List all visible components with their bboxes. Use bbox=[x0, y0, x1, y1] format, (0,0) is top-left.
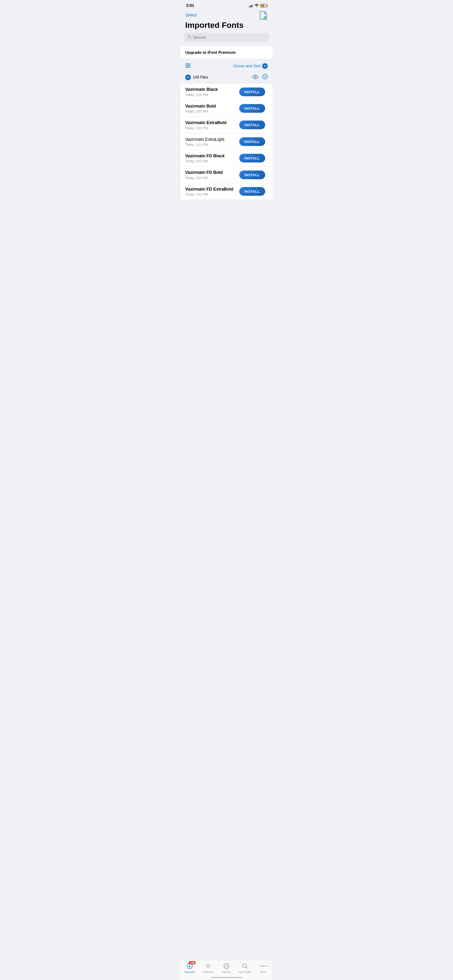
item-chevron: › bbox=[266, 123, 268, 127]
font-list-item: Vazirmatn ExtraBold Today, 3:01 PM INSTA… bbox=[180, 117, 273, 133]
font-list: Vazirmatn Black Today, 3:01 PM INSTALL ›… bbox=[180, 83, 273, 200]
upgrade-banner[interactable]: Upgrade to iFont Premium › bbox=[180, 46, 273, 59]
font-info: Vazirmatn FD Black Today, 3:01 PM bbox=[185, 153, 225, 163]
font-info: Vazirmatn ExtraBold Today, 3:01 PM bbox=[185, 120, 226, 130]
font-date: Today, 3:01 PM bbox=[185, 93, 218, 97]
font-list-item: Vazirmatn Bold Today, 3:01 PM INSTALL › bbox=[180, 100, 273, 117]
install-group: INSTALL › bbox=[239, 154, 268, 162]
font-info: Vazirmatn Black Today, 3:01 PM bbox=[185, 87, 218, 97]
search-icon bbox=[188, 35, 191, 40]
new-file-icon[interactable] bbox=[259, 11, 268, 19]
group-sort-label: Group and Sort bbox=[233, 64, 261, 68]
font-name: Vazirmatn Black bbox=[185, 87, 218, 92]
font-name: Vazirmatn ExtraBold bbox=[185, 120, 226, 126]
svg-point-9 bbox=[187, 67, 188, 68]
check-all-icon[interactable] bbox=[262, 74, 268, 81]
select-button[interactable]: Select bbox=[185, 13, 197, 18]
font-list-item: Vazirmatn FD Black Today, 3:01 PM INSTAL… bbox=[180, 150, 273, 167]
install-button[interactable]: INSTALL bbox=[239, 137, 265, 146]
install-button[interactable]: INSTALL bbox=[239, 88, 265, 96]
battery-icon: 31 bbox=[260, 4, 267, 7]
upgrade-text: Upgrade to iFont Premium bbox=[185, 50, 236, 55]
font-name: Vazirmatn Bold bbox=[185, 103, 216, 109]
item-chevron: › bbox=[266, 189, 268, 193]
item-chevron: › bbox=[266, 139, 268, 144]
files-count-bar: 149 Files bbox=[180, 72, 273, 83]
list-filter-icon[interactable] bbox=[185, 63, 191, 69]
font-info: Vazirmatn FD Bold Today, 3:01 PM bbox=[185, 170, 223, 180]
font-list-item: Vazirmatn ExtraLight Today, 3:01 PM INST… bbox=[180, 134, 273, 150]
install-group: INSTALL › bbox=[239, 187, 268, 196]
status-icons: 31 bbox=[249, 4, 267, 8]
install-group: INSTALL › bbox=[239, 170, 268, 179]
font-date: Today, 3:01 PM bbox=[185, 159, 225, 163]
font-date: Today, 3:01 PM bbox=[185, 192, 233, 196]
signal-icon bbox=[249, 4, 253, 7]
sort-dropdown-icon bbox=[262, 63, 268, 69]
files-count: 149 Files bbox=[193, 75, 208, 80]
install-group: INSTALL › bbox=[239, 88, 268, 96]
font-name: Vazirmatn FD Black bbox=[185, 153, 225, 159]
font-date: Today, 3:01 PM bbox=[185, 176, 223, 180]
upgrade-chevron: › bbox=[266, 50, 268, 55]
font-name: Vazirmatn ExtraLight bbox=[185, 137, 224, 142]
wifi-icon bbox=[255, 4, 259, 8]
font-info: Vazirmatn FD ExtraBold Today, 3:01 PM bbox=[185, 186, 233, 196]
font-name: Vazirmatn FD Bold bbox=[185, 170, 223, 175]
font-list-item: Vazirmatn FD ExtraBold Today, 3:01 PM IN… bbox=[180, 183, 273, 200]
toolbar: Group and Sort bbox=[180, 61, 273, 72]
font-info: Vazirmatn ExtraLight Today, 3:01 PM bbox=[185, 137, 224, 146]
install-button[interactable]: INSTALL bbox=[239, 154, 265, 162]
install-group: INSTALL › bbox=[239, 104, 268, 113]
item-chevron: › bbox=[266, 173, 268, 177]
group-sort-button[interactable]: Group and Sort bbox=[233, 63, 268, 69]
install-group: INSTALL › bbox=[239, 121, 268, 129]
search-container bbox=[180, 33, 273, 46]
item-chevron: › bbox=[266, 156, 268, 161]
search-input[interactable] bbox=[193, 35, 265, 40]
svg-point-6 bbox=[189, 65, 190, 66]
font-date: Today, 3:01 PM bbox=[185, 110, 216, 113]
font-info: Vazirmatn Bold Today, 3:01 PM bbox=[185, 103, 216, 113]
status-bar: 3:01 31 bbox=[180, 0, 273, 10]
svg-point-3 bbox=[187, 64, 188, 65]
font-list-item: Vazirmatn Black Today, 3:01 PM INSTALL › bbox=[180, 83, 273, 100]
collapse-icon[interactable] bbox=[185, 75, 191, 80]
page-header: Select Imported Fonts bbox=[180, 10, 273, 29]
install-button[interactable]: INSTALL bbox=[239, 170, 265, 179]
install-button[interactable]: INSTALL bbox=[239, 187, 265, 196]
svg-point-11 bbox=[255, 76, 256, 78]
font-list-container: Vazirmatn Black Today, 3:01 PM INSTALL ›… bbox=[180, 83, 273, 221]
install-group: INSTALL › bbox=[239, 137, 268, 146]
font-date: Today, 3:01 PM bbox=[185, 126, 226, 130]
install-button[interactable]: INSTALL bbox=[239, 121, 265, 129]
search-bar[interactable] bbox=[184, 33, 269, 42]
font-name: Vazirmatn FD ExtraBold bbox=[185, 186, 233, 192]
install-button[interactable]: INSTALL bbox=[239, 104, 265, 113]
status-time: 3:01 bbox=[186, 3, 194, 8]
svg-point-12 bbox=[263, 74, 267, 79]
font-list-item: Vazirmatn FD Bold Today, 3:01 PM INSTALL… bbox=[180, 167, 273, 183]
font-date: Today, 3:01 PM bbox=[185, 143, 224, 146]
item-chevron: › bbox=[266, 106, 268, 110]
page-title: Imported Fonts bbox=[185, 21, 268, 29]
header-top: Select bbox=[185, 11, 268, 19]
item-chevron: › bbox=[266, 90, 268, 94]
visibility-icon[interactable] bbox=[252, 74, 258, 80]
